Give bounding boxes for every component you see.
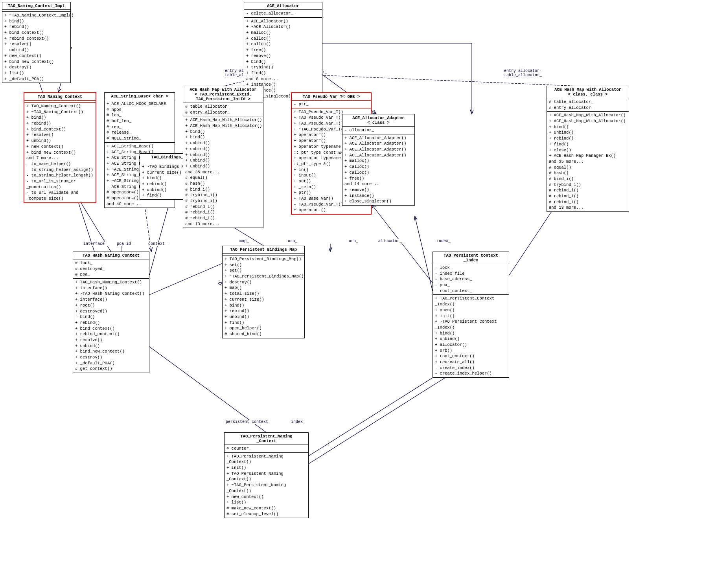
box-tao-persistent-naming-context: TAO_Persistent_Naming_Context # counter_… xyxy=(224,432,309,518)
svg-line-18 xyxy=(372,204,433,283)
label-index1: index_ xyxy=(436,239,451,243)
box-tao-hash-naming-context: TAO_Hash_Naming_Context # lock_ # destro… xyxy=(73,252,149,373)
box-tao-persistent-bindings-map: TAO_Persistent_Bindings_Map + TAO_Persis… xyxy=(222,246,305,338)
label-index2: index_ xyxy=(290,420,306,424)
label-persistent-context: persistent_context_ xyxy=(225,420,271,424)
label-allocator2: allocator_ xyxy=(377,239,403,243)
svg-line-19 xyxy=(415,216,433,291)
label-orb2: orb_ xyxy=(348,239,359,243)
box-ace-hash-map-class: ACE_Hash_Map_With_Allocator< class, clas… xyxy=(547,86,629,212)
box-ace-hash-map-extld: ACE_Hash_Map_With_Allocator< TAO_Persist… xyxy=(183,86,263,228)
svg-line-11 xyxy=(149,197,171,275)
uml-diagram: allocator_ impl_ entry_allocator_table_a… xyxy=(0,0,705,588)
box-tao-naming-context: TAO_Naming_Context + TAO_Naming_Context(… xyxy=(24,92,96,203)
label-interface: interface_ xyxy=(83,242,108,246)
label-context: context_ xyxy=(147,242,168,246)
svg-line-20 xyxy=(138,338,266,432)
svg-line-7 xyxy=(307,75,588,86)
box-tao-naming-context-impl: TAO_Naming_Context_Impl + ~TAO_Naming_Co… xyxy=(2,2,71,83)
box-tao-persistent-context-index: TAO_Persistent_Context_Index - lock_ - i… xyxy=(433,252,509,378)
label-poa-id: poa_id_ xyxy=(116,242,134,246)
label-map: map_ xyxy=(239,239,250,243)
label-orb1: orb_ xyxy=(287,239,298,243)
label-entry-alloc-2: entry_allocator_table_allocator_ xyxy=(503,69,543,77)
box-ace-allocator-adapter: ACE_Allocator_Adapter< class > - allocat… xyxy=(342,114,415,206)
